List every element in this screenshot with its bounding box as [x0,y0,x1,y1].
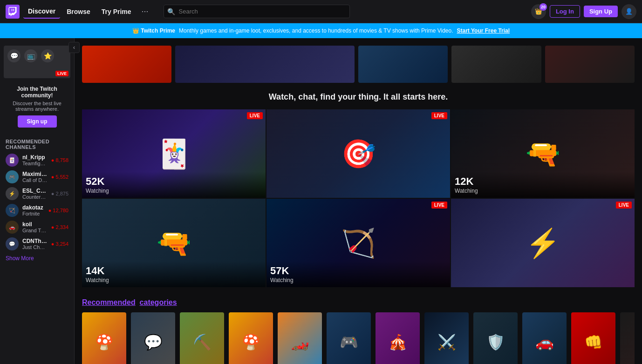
channel-game: Call of Duty: Black O... [22,177,48,183]
channel-viewers: ● 12,780 [48,208,68,213]
category-cover: 💬 [131,312,175,364]
category-overwatch[interactable]: 🎮 Overwatch 13.8K viewers FPS Shooter [327,312,371,364]
live-badge: LIVE [431,202,447,209]
channel-viewers: ● 3,254 [51,241,68,247]
nav-right: 👑 20 Log In Sign Up 👤 [531,4,636,19]
sidebar-toggle-button[interactable]: ‹ [68,42,80,53]
sidebar-channel-cdn[interactable]: 💬 CDNThe3rd Just Chatting ● 3,254 [0,236,74,252]
channel-game: Just Chatting [22,244,48,250]
category-special[interactable]: 🎪 Special Events 42 viewers IRL [376,312,420,364]
channel-name: ESL_CSGO [22,188,48,194]
stream-card-tft[interactable]: 🃏 LIVE 52K Watching [82,109,266,198]
stream-card-csgo-live[interactable]: 🎯 LIVE [266,109,450,198]
channel-info: koil Grand Theft Auto V [22,221,48,233]
category-cover: 🛡️ [473,312,518,364]
stream-overlay: 57K Watching [266,261,450,287]
prime-badge: 20 [540,3,547,11]
nav-browse[interactable]: Browse [62,5,95,18]
search-input[interactable] [164,5,350,18]
prime-banner-text: Monthly games and in-game loot, exclusiv… [179,27,453,34]
categories-title-text: Recommended [82,298,136,306]
channel-name: CDNThe3rd [22,238,48,244]
category-siege[interactable]: 🛡️ Tom Clancy's Rain... 7.5K viewers FPS… [473,312,518,364]
hero-thumbnails [82,46,635,83]
stream-view-count: 52K [86,175,262,188]
channel-name: dakotaz [22,204,45,211]
channel-avatar: 💬 [6,237,19,250]
sidebar-channel-esl-csgo[interactable]: ⚡ ESL_CSGO Counter-Strike: Globa... ● 2,… [0,185,74,202]
stream-view-count: 57K [270,265,446,277]
stream-thumbnail: 🎯 [266,109,450,198]
sidebar-signup-button[interactable]: Sign up [18,115,57,128]
stream-watching-label: Watching [86,277,262,283]
sidebar-live-badge: LIVE [55,71,68,76]
channel-game: Counter-Strike: Globa... [22,194,48,200]
login-button[interactable]: Log In [550,5,580,18]
channel-name: koil [22,221,48,228]
category-minecraft[interactable]: ⛏️ Minecraft 14.3K viewers Adventure Gam… [180,312,224,364]
category-smash[interactable]: 👊 Super Smash Bros... 624 viewers Fighti… [571,312,615,364]
category-chat[interactable]: 💬 Just Chatting 43.4K viewers IRL [131,312,175,364]
main-layout: ‹ 💬 📺 ⭐ LIVE Join the Twitch community! … [0,38,642,364]
category-cover: 🚗 [522,312,567,364]
sidebar-channel-koil[interactable]: 🚗 koil Grand Theft Auto V ● 2,334 [0,219,74,236]
categories-section-title: Recommended categories [82,298,635,307]
twitch-logo[interactable] [6,5,20,19]
sidebar-show-more[interactable]: Show More [0,252,74,264]
sidebar-icon-stream: 📺 [24,49,37,62]
category-cover: 🏎️ [278,312,322,364]
nav-discover[interactable]: Discover [23,5,60,19]
sidebar-icon-chat: 💬 [7,49,20,62]
channel-game: Grand Theft Auto V [22,228,48,233]
category-cover: ⛏️ [180,312,224,364]
channel-viewers: ● 2,875 [51,191,68,196]
channel-info: dakotaz Fortnite [22,204,45,216]
prime-crown-icon[interactable]: 👑 20 [531,4,546,19]
category-cover: 🎪 [376,312,420,364]
sidebar-preview: 💬 📺 ⭐ LIVE [4,46,70,78]
main-content: Watch, chat, find your thing. It all sta… [75,38,642,364]
prime-cta-link[interactable]: Start Your Free Trial [457,27,510,34]
sidebar-channel-dakotaz[interactable]: 🏹 dakotaz Fortnite ● 12,780 [0,202,74,219]
hero-thumb-4 [451,46,541,83]
hero-thumb-main [175,46,355,83]
live-badge: LIVE [616,202,632,209]
stream-card-cod[interactable]: 🔫 12K Watching [451,109,635,198]
stream-card-destiny[interactable]: ⚡ LIVE [451,199,635,287]
category-ctr[interactable]: 🏎️ Crash Team Racin... 614 viewers Drivi… [278,312,322,364]
category-mario2[interactable]: 🍄 Super Mario Maker 2 17.5K viewers Plat… [82,312,126,364]
hero-thumb-3 [358,46,448,83]
stream-overlay: 52K Watching [82,172,266,198]
search-icon: 🔍 [167,8,175,15]
channel-info: CDNThe3rd Just Chatting [22,238,48,250]
stream-overlay: 14K Watching [82,261,266,287]
sidebar-join-title: Join the Twitch community! [0,82,74,101]
hero-headline: Watch, chat, find your thing. It all sta… [82,92,635,102]
channel-avatar: 🏹 [6,204,19,217]
nav-more[interactable]: ··· [138,5,152,18]
channel-game: Teamfight Tactics [22,161,48,166]
stream-overlay: 12K Watching [451,172,635,198]
stream-watching-label: Watching [455,188,631,194]
category-mario-maker[interactable]: 🍄 Super Mario Maker 5 viewers Platformer [229,312,273,364]
category-lol[interactable]: ⚔️ League of Legends 122K viewers MOBA [424,312,469,364]
channel-name: Maximilian_DOOD [22,171,48,177]
nav-try-prime[interactable]: Try Prime [97,5,136,18]
sidebar-channel-nl-kripp[interactable]: 🃏 nl_Kripp Teamfight Tactics ● 8,758 [0,152,74,169]
sidebar-channel-maximilian[interactable]: 🎮 Maximilian_DOOD Call of Duty: Black O.… [0,169,74,185]
category-gta[interactable]: 🚗 Grand Theft Auto V 38.8K viewers Drivi… [522,312,567,364]
stream-card-csgo2[interactable]: 🔫 14K Watching [82,199,266,287]
stream-card-fortnite[interactable]: 🏹 LIVE 57K Watching [266,199,450,287]
category-cover: 🍄 [229,312,273,364]
signup-button[interactable]: Sign Up [584,6,618,17]
hero-thumb-5 [545,46,635,83]
categories-link[interactable]: categories [140,298,177,306]
category-cover: 🎯 [620,312,635,364]
category-apex[interactable]: 🎯 Apex Legends 21.8K viewers FPS Shooter [620,312,635,364]
stream-view-count: 14K [86,265,262,277]
channel-info: Maximilian_DOOD Call of Duty: Black O... [22,171,48,183]
stream-thumbnail: ⚡ [451,199,635,287]
channel-name: nl_Kripp [22,154,48,161]
user-avatar[interactable]: 👤 [622,4,636,19]
category-cover: 👊 [571,312,615,364]
